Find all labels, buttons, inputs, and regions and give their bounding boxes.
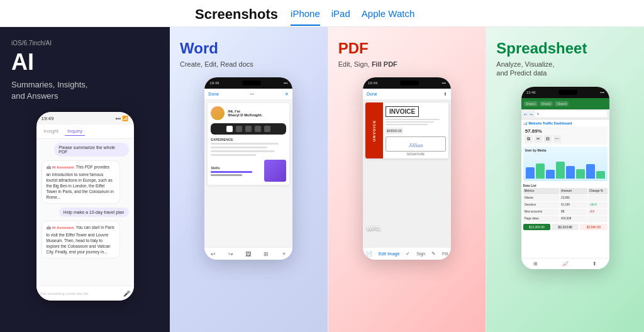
spreadsheet-subtitle: Analyze, Visualize,and Predict data: [496, 60, 634, 78]
add-icon[interactable]: ＋: [281, 250, 287, 258]
resume-line: [211, 147, 267, 148]
mic-icon[interactable]: 🎤: [123, 290, 130, 297]
sidebar-ai: iOS/6.7inch/AI AI Summaries, Insights,an…: [0, 27, 170, 332]
table-icon[interactable]: ⊞: [264, 251, 269, 257]
chat-reply-1: 🤖 AI Assistant: This PDF provides an int…: [42, 160, 120, 204]
edit-image-label[interactable]: Edit Image: [379, 252, 399, 256]
ss-content: Sheet1 Sheet2 Sheet3 ↩ ↪ fx 📊 Website Tr…: [521, 98, 609, 269]
ss-undo[interactable]: ↩: [524, 112, 527, 116]
ss-cell-metric-1: Atlanta: [523, 195, 559, 201]
word-phone-time: 19:49: [209, 81, 219, 85]
ss-tab-3[interactable]: Sheet3: [555, 101, 569, 106]
word-done-btn[interactable]: Done: [208, 92, 219, 96]
fill-label[interactable]: Fill: [442, 252, 448, 256]
signature: Jillian: [409, 142, 423, 148]
word-doc-name: ···: [250, 92, 254, 96]
ss-formula-bar[interactable]: fx: [535, 111, 607, 117]
phone-tab-insight[interactable]: Insight: [42, 127, 62, 136]
pdf-title: PDF: [338, 40, 476, 57]
phone-input-placeholder: Ask something inside this file: [40, 292, 123, 296]
ss-cell-amount-1: 23,806: [560, 195, 587, 201]
ss-share-icon[interactable]: ⬆: [592, 261, 597, 267]
check-icon[interactable]: ✓: [406, 251, 410, 257]
skills-left: Skills: [211, 166, 262, 176]
phone-signal: ▪▪▪ 📶: [116, 116, 129, 121]
sign-label[interactable]: Sign: [416, 252, 425, 256]
signature-label: SIGNATURE: [386, 152, 446, 156]
tab-iphone[interactable]: iPhone: [291, 8, 320, 21]
pdf-share-icon[interactable]: ⬆: [443, 92, 447, 97]
card-spreadsheet: Spreadsheet Analyze, Visualize,and Predi…: [486, 27, 644, 332]
invoice-layout: UNVOICE INVOICE: [365, 102, 448, 158]
ss-cut-btn[interactable]: ✂: [535, 135, 542, 143]
resume-line: [211, 150, 275, 152]
ss-cell-metric-3: New accounts: [523, 209, 559, 215]
ss-cell-change-2: +30.4: [588, 202, 608, 208]
phone-tab-inquiry[interactable]: Inquiry: [65, 127, 85, 136]
tab-ipad[interactable]: iPad: [331, 8, 350, 21]
resume-name-block: /Hi, I'm Sheryl D McKnight.: [228, 109, 262, 117]
word-action-bar: Done ··· ✕: [204, 89, 292, 100]
pdf-bottom-bar: 📄 Edit Image ✓ Sign ✎ Fill: [363, 247, 451, 260]
word-subtitle: Create, Edit, Read docs: [180, 60, 318, 69]
word-document: /Hi, I'm Sheryl D McKnight.: [208, 103, 289, 185]
ss-bar-5: [566, 166, 575, 179]
invoice-main: INVOICE $43500.00: [383, 102, 448, 158]
undo-icon[interactable]: ↩: [211, 251, 216, 257]
table-row: Page views 400,008: [523, 216, 608, 222]
ss-bar-3: [546, 170, 555, 179]
ss-phone-battery: ▪▪▪: [600, 91, 604, 94]
pdf-doc-content: UNVOICE INVOICE: [363, 100, 451, 247]
pdf-done-btn[interactable]: Done: [367, 92, 377, 96]
invoice-title-box: INVOICE: [386, 106, 419, 117]
experience-label: EXPERIENCE: [211, 138, 286, 141]
ss-cell-change-4: [588, 216, 608, 222]
header: Screenshots iPhone iPad Apple Watch: [0, 0, 644, 27]
ss-dynamic-island: [558, 90, 577, 95]
ss-more-btn[interactable]: ⋯: [553, 135, 561, 143]
skill-bar-2: [211, 174, 242, 176]
resume-lines: [211, 143, 286, 156]
chat-reply-2: 🤖 AI Assistant: You can start in Paris t…: [42, 221, 120, 258]
ss-chart: User by Media: [523, 147, 608, 181]
word-toolbar: [211, 123, 286, 135]
invoice-amount-1: $43500.00: [386, 128, 403, 134]
ss-tab-2[interactable]: Sheet2: [540, 101, 553, 106]
pdf-subtitle: Edit, Sign, Fill PDF: [338, 60, 476, 69]
ss-dashboard-title: 📊 Website Traffic Dashboard: [523, 121, 608, 125]
table-row: Atlanta 23,806: [523, 195, 608, 201]
ss-tab-1[interactable]: Sheet1: [524, 101, 538, 106]
table-row: Sessions 42,199 +30.4: [523, 202, 608, 208]
ss-totals: $13,300.00 $2,213.90 $2,560.00: [523, 224, 608, 230]
tab-apple-watch[interactable]: Apple Watch: [362, 8, 415, 21]
word-close-icon[interactable]: ✕: [285, 92, 289, 97]
ss-cell-amount-2: 42,199: [560, 202, 587, 208]
ss-total-2: $2,213.90: [552, 224, 579, 230]
ss-col-change: Change %: [588, 188, 608, 194]
invoice-amounts: $43500.00: [386, 128, 446, 134]
ss-bar-7: [586, 164, 595, 179]
ss-grid-icon[interactable]: ⊞: [533, 261, 538, 267]
ss-cell-metric-4: Page views: [523, 216, 559, 222]
delete-icon: [245, 126, 252, 132]
card-pdf: PDF Edit, Sign, Fill PDF 19:49 ▪▪▪ Done …: [328, 27, 486, 332]
table-row: New accounts 9B -3.9: [523, 209, 608, 215]
ss-redo[interactable]: ↪: [530, 112, 533, 116]
ss-total-3: $2,560.00: [580, 224, 607, 230]
dynamic-island: [242, 80, 261, 86]
resume-avatar: [211, 106, 225, 120]
ss-copy-btn[interactable]: ⧉: [525, 135, 533, 143]
ss-total-1: $13,300.00: [523, 224, 550, 230]
redo-icon[interactable]: ↪: [228, 251, 233, 257]
fill-icon[interactable]: ✎: [431, 251, 436, 257]
invoice-sign-area: Jillian: [386, 136, 446, 152]
pdf-icon-1[interactable]: 📄: [366, 251, 372, 257]
ss-format-btn[interactable]: ⊟: [544, 135, 552, 143]
ss-cell-amount-4: 400,008: [560, 216, 587, 222]
ss-chart-icon[interactable]: 📈: [562, 261, 569, 267]
image-icon[interactable]: 🖼: [245, 251, 251, 257]
ss-progress-value: 57.89%: [525, 128, 606, 134]
phone-time: 19:49: [42, 116, 54, 121]
phone-input-bar[interactable]: Ask something inside this file 🎤: [36, 285, 134, 301]
pdf-phone-battery: ▪▪▪: [442, 81, 446, 85]
